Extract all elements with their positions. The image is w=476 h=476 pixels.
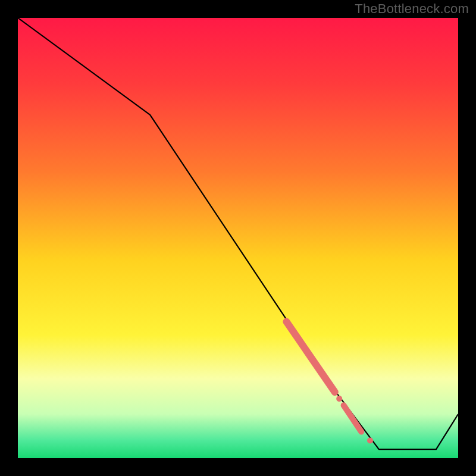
watermark-label: TheBottleneck.com (355, 1, 469, 17)
chart-plot (18, 18, 458, 458)
chart-svg (18, 18, 458, 458)
chart-stage: TheBottleneck.com (0, 0, 476, 476)
highlight-point (367, 437, 373, 443)
highlight-point (336, 396, 342, 402)
chart-background (18, 18, 458, 458)
